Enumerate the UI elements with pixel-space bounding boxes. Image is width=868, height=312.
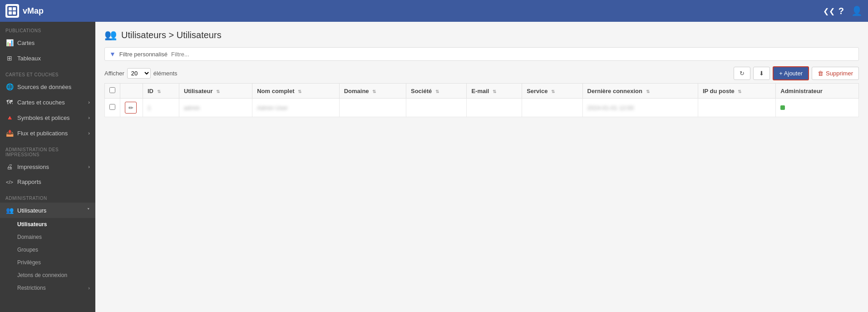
page-header-icon: 👥 xyxy=(104,29,117,41)
flux-icon: 📤 xyxy=(5,129,14,137)
sidebar-item-cartes-couches[interactable]: 🗺 Cartes et couches › xyxy=(0,94,95,110)
help-button[interactable]: ? xyxy=(838,6,844,16)
sidebar-item-sources[interactable]: 🌐 Sources de données xyxy=(0,79,95,94)
sidebar-subitem-restrictions[interactable]: Restrictions › xyxy=(0,282,95,294)
items-per-page-select[interactable]: 20 50 100 xyxy=(127,68,151,79)
sidebar-subitem-domaines[interactable]: Domaines xyxy=(0,231,95,243)
col-email-label: E-mail xyxy=(471,88,489,94)
topbar: vMap ❮❮ ? 👤 xyxy=(0,0,868,22)
sidebar-item-label: Rapports xyxy=(17,178,41,185)
col-nom-complet[interactable]: Nom complet ⇅ xyxy=(252,84,340,99)
col-checkbox xyxy=(105,84,120,99)
col-domaine[interactable]: Domaine ⇅ xyxy=(339,84,406,99)
collapse-button[interactable]: ❮❮ xyxy=(819,5,838,17)
sidebar-subitem-jetons[interactable]: Jetons de connexion xyxy=(0,269,95,282)
sidebar-section-publications: PUBLICATIONS 📊 Cartes ⊞ Tableaux xyxy=(0,22,95,66)
col-service-label: Service xyxy=(527,88,547,94)
chevron-right-icon: › xyxy=(88,164,90,169)
row-ip-cell xyxy=(698,99,775,117)
sidebar-subitem-label: Jetons de connexion xyxy=(17,272,67,278)
refresh-button[interactable]: ↻ xyxy=(734,67,750,80)
filter-icon: ▼ xyxy=(109,50,116,58)
sidebar-section-admin: ADMINISTRATION 👥 Utilisateurs ˅ Utilisat… xyxy=(0,189,95,294)
edit-button[interactable]: ✏ xyxy=(125,102,137,114)
section-label-cartes-couches: CARTES ET COUCHES xyxy=(0,66,95,79)
sidebar-item-label: Cartes xyxy=(17,40,35,46)
svg-rect-1 xyxy=(9,7,12,10)
admin-status-indicator xyxy=(780,105,785,110)
section-label-admin: ADMINISTRATION xyxy=(0,189,95,203)
sidebar-item-label: Tableaux xyxy=(17,55,41,62)
cartes-icon: 📊 xyxy=(5,39,14,46)
select-all-checkbox[interactable] xyxy=(109,87,115,93)
col-societe-label: Société xyxy=(411,88,432,94)
chevron-down-icon: ˅ xyxy=(87,208,90,213)
row-derniere-connexion-cell: 2024-01-01 12:00 xyxy=(582,99,698,117)
section-label-impressions: ADMINISTRATION DES IMPRESSIONS xyxy=(0,141,95,159)
sidebar-subitem-label: Restrictions xyxy=(17,285,46,291)
table-row: ✏ 1 admin Admin User xyxy=(105,99,859,117)
tableaux-icon: ⊞ xyxy=(5,54,14,62)
sidebar-item-label: Symboles et polices xyxy=(17,114,70,121)
sidebar-subitem-utilisateurs[interactable]: Utilisateurs xyxy=(0,218,95,231)
main-content: 👥 Utilisateurs > Utilisateurs ▼ Filtre p… xyxy=(95,22,868,312)
sidebar-item-label: Sources de données xyxy=(17,84,71,90)
col-id[interactable]: ID ⇅ xyxy=(143,84,179,99)
col-email[interactable]: E-mail ⇅ xyxy=(467,84,522,99)
data-table: ID ⇅ Utilisateur ⇅ Nom complet ⇅ Domai xyxy=(104,83,859,117)
logo-icon xyxy=(5,4,19,18)
sidebar-subitem-label: Domaines xyxy=(17,234,42,240)
sidebar-item-impressions[interactable]: 🖨 Impressions › xyxy=(0,159,95,174)
row-nom-complet-cell: Admin User xyxy=(252,99,340,117)
col-domaine-label: Domaine xyxy=(344,88,369,94)
filter-bar: ▼ Filtre personnalisé xyxy=(104,47,859,61)
row-derniere-connexion: 2024-01-01 12:00 xyxy=(587,104,634,111)
add-button[interactable]: + Ajouter xyxy=(773,66,809,80)
row-utilisateur-cell: admin xyxy=(179,99,252,117)
row-checkbox-cell xyxy=(105,99,120,117)
sidebar-item-utilisateurs[interactable]: 👥 Utilisateurs ˅ xyxy=(0,203,95,218)
col-societe[interactable]: Société ⇅ xyxy=(406,84,467,99)
sidebar-item-cartes[interactable]: 📊 Cartes xyxy=(0,35,95,50)
col-derniere-connexion-label: Dernière connexion xyxy=(587,88,642,94)
sort-icon: ⇅ xyxy=(216,89,220,94)
utilisateurs-icon: 👥 xyxy=(5,207,14,214)
row-service-cell xyxy=(522,99,582,117)
row-checkbox[interactable] xyxy=(109,104,115,110)
sidebar-item-tableaux[interactable]: ⊞ Tableaux xyxy=(0,50,95,66)
sidebar-item-symboles[interactable]: 🔺 Symboles et polices › xyxy=(0,110,95,125)
sort-icon: ⇅ xyxy=(551,89,555,94)
symboles-icon: 🔺 xyxy=(5,114,14,121)
col-service[interactable]: Service ⇅ xyxy=(522,84,582,99)
sidebar-subitem-groupes[interactable]: Groupes xyxy=(0,243,95,256)
sidebar-subitem-privileges[interactable]: Privilèges xyxy=(0,256,95,269)
refresh-icon: ↻ xyxy=(740,70,745,77)
row-id-cell: 1 xyxy=(143,99,179,117)
row-email-cell xyxy=(467,99,522,117)
sort-icon: ⇅ xyxy=(738,89,741,94)
filter-input[interactable] xyxy=(171,51,854,58)
col-ip-label: IP du poste xyxy=(703,88,735,94)
page-header: 👥 Utilisateurs > Utilisateurs xyxy=(104,29,859,41)
col-ip[interactable]: IP du poste ⇅ xyxy=(698,84,775,99)
col-admin-label: Administrateur xyxy=(780,88,822,94)
download-button[interactable]: ⬇ xyxy=(753,67,770,80)
app-logo: vMap xyxy=(5,4,819,18)
row-nom-complet: Admin User xyxy=(257,104,288,111)
col-derniere-connexion[interactable]: Dernière connexion ⇅ xyxy=(582,84,698,99)
row-societe-cell xyxy=(406,99,467,117)
show-label-after: éléments xyxy=(153,70,178,77)
toolbar-buttons: ↻ ⬇ + Ajouter 🗑 Supprimer xyxy=(734,66,859,80)
row-id: 1 xyxy=(148,104,151,111)
filter-label: Filtre personnalisé xyxy=(119,51,168,58)
col-admin[interactable]: Administrateur xyxy=(776,84,859,99)
sidebar-item-flux[interactable]: 📤 Flux et publications › xyxy=(0,125,95,141)
cartes-couches-icon: 🗺 xyxy=(5,99,14,106)
delete-button[interactable]: 🗑 Supprimer xyxy=(812,67,859,80)
col-utilisateur[interactable]: Utilisateur ⇅ xyxy=(179,84,252,99)
user-button[interactable]: 👤 xyxy=(851,5,863,16)
delete-icon: 🗑 xyxy=(818,70,824,77)
show-elements: Afficher 20 50 100 éléments xyxy=(104,68,178,79)
sidebar-item-rapports[interactable]: </> Rapports xyxy=(0,174,95,189)
row-admin-cell xyxy=(776,99,859,117)
